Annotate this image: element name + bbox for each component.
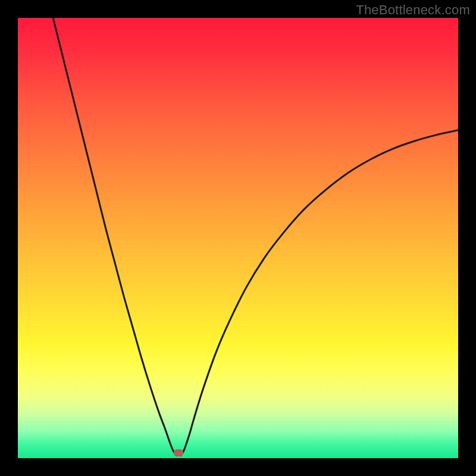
watermark-text: TheBottleneck.com xyxy=(356,2,470,18)
bottleneck-curve xyxy=(18,18,458,458)
plot-area xyxy=(18,18,458,458)
chart-frame: TheBottleneck.com xyxy=(0,0,476,476)
minimum-marker xyxy=(174,449,183,456)
